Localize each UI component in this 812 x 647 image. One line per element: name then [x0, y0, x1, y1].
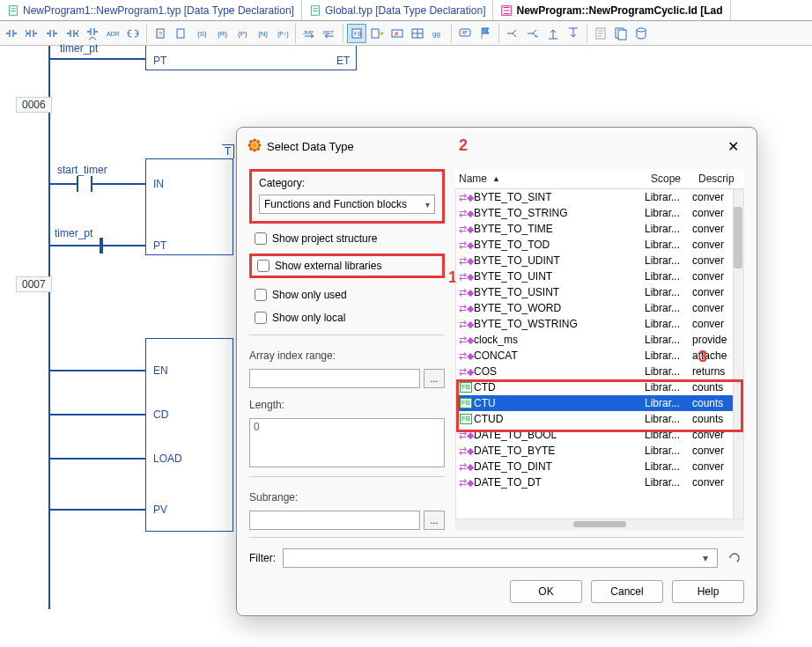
- type-row[interactable]: ⇄◆clock_msLibrar...provide: [456, 332, 743, 348]
- check-project-structure[interactable]: Show project structure: [249, 231, 445, 246]
- type-name: BYTE_TO_STRING: [474, 207, 645, 219]
- type-row[interactable]: ⇄◆DATE_TO_DINTLibrar...conver: [456, 459, 743, 474]
- vscroll-thumb[interactable]: [734, 207, 742, 268]
- tool-branch-plus-icon[interactable]: +: [523, 24, 543, 43]
- tool-block-s-icon[interactable]: {S}: [191, 24, 210, 43]
- fn-icon: ⇄◆: [458, 287, 474, 298]
- filter-refresh-button[interactable]: [725, 548, 744, 568]
- type-row[interactable]: FBCTULibrar...counts: [456, 395, 743, 411]
- tool-ret-icon[interactable]: RET: [320, 24, 339, 43]
- file-icon: [309, 4, 321, 17]
- close-button[interactable]: ✕: [720, 135, 746, 158]
- tool-comment-icon[interactable]: [455, 24, 475, 43]
- check-external-libraries[interactable]: Show external libraries: [249, 254, 445, 278]
- tab-newprogram1-typ[interactable]: NewProgram1::NewProgram1.typ [Data Type …: [0, 0, 302, 20]
- tool-jmp-icon[interactable]: JMP: [299, 24, 319, 43]
- category-dropdown[interactable]: Functions and Function blocks ▾: [259, 195, 435, 214]
- tool-block-empty-icon[interactable]: [171, 24, 190, 43]
- tool-coil-icon[interactable]: [123, 24, 143, 43]
- tool-block-p-icon[interactable]: {P}: [232, 24, 251, 43]
- tool-add-before-icon[interactable]: [2, 24, 21, 43]
- svg-text:ADR: ADR: [107, 31, 120, 37]
- tool-doc2-icon[interactable]: [611, 24, 631, 43]
- tool-contact-icon[interactable]: [42, 24, 62, 43]
- length-input[interactable]: 0: [249, 418, 445, 467]
- check-label: Show project structure: [272, 232, 377, 245]
- var-timer-pt2: timer_pt: [55, 227, 92, 239]
- ladder-toolbar: ADR ? {S} {R} {P} {N} {P↑} JMP RET FB ≠ …: [0, 21, 812, 46]
- fb-block-partial: [145, 46, 357, 70]
- svg-text:{R}: {R}: [218, 30, 227, 38]
- type-row[interactable]: FBCTUDLibrar...counts: [456, 411, 743, 427]
- type-row[interactable]: ⇄◆DATE_TO_BYTELibrar...conver: [456, 443, 743, 459]
- col-scope[interactable]: Scope: [647, 169, 695, 188]
- type-name: CONCAT: [474, 349, 645, 362]
- tool-grid-icon[interactable]: [408, 24, 427, 43]
- type-scope: Librar...: [645, 397, 692, 409]
- tool-block-blank-icon[interactable]: ?: [151, 24, 170, 43]
- sort-asc-icon: ▲: [492, 174, 500, 183]
- filter-input[interactable]: ▾: [283, 548, 718, 568]
- svg-point-32: [253, 139, 256, 143]
- check-label: Show only used: [272, 289, 347, 301]
- type-scope: Librar...: [645, 365, 692, 378]
- check-only-used[interactable]: Show only used: [249, 287, 445, 303]
- col-desc[interactable]: Descrip: [695, 169, 744, 188]
- check-label: Show only local: [272, 312, 345, 324]
- subrange-browse[interactable]: ...: [424, 511, 445, 530]
- tab-newprogram-cyclic-ld[interactable]: NewProgram::NewProgramCyclic.ld [Lad: [493, 0, 730, 20]
- tool-branch-up-icon[interactable]: [543, 24, 563, 43]
- col-name[interactable]: Name ▲: [455, 169, 647, 188]
- array-idx-browse[interactable]: ...: [424, 369, 445, 388]
- type-scope: Librar...: [645, 318, 692, 330]
- tool-db-icon[interactable]: [631, 24, 651, 43]
- tool-contact-left-icon[interactable]: [22, 24, 41, 43]
- tool-branch-right-icon[interactable]: [503, 24, 522, 43]
- cancel-button[interactable]: Cancel: [591, 580, 663, 603]
- tool-block-r-icon[interactable]: {R}: [211, 24, 231, 43]
- type-row[interactable]: ⇄◆BYTE_TO_WORDLibrar...conver: [456, 300, 743, 316]
- tool-block-ph-icon[interactable]: {P↑}: [272, 24, 292, 43]
- type-row[interactable]: ⇄◆BYTE_TO_UINTLibrar...conver: [456, 268, 743, 284]
- tool-fb-arrow-icon[interactable]: [367, 24, 387, 43]
- ok-button[interactable]: OK: [510, 580, 582, 603]
- subrange-input[interactable]: [249, 511, 420, 530]
- hscroll-thumb[interactable]: [573, 521, 626, 527]
- tab-global-typ[interactable]: Global.typ [Data Type Declaration]: [302, 0, 494, 20]
- vscrollbar[interactable]: [733, 189, 743, 518]
- type-row[interactable]: ⇄◆BYTE_TO_UDINTLibrar...conver: [456, 253, 743, 268]
- length-label: Length:: [249, 399, 445, 411]
- tab-bar: NewProgram1::NewProgram1.typ [Data Type …: [0, 0, 812, 21]
- tool-flag-icon[interactable]: [476, 24, 495, 43]
- tool-gg-icon[interactable]: gg: [428, 24, 447, 43]
- tool-contact-below-icon[interactable]: [83, 24, 102, 43]
- contact-start-timer[interactable]: [77, 176, 92, 192]
- tool-branch-down-icon[interactable]: [564, 24, 583, 43]
- svg-point-30: [637, 28, 646, 32]
- check-only-local[interactable]: Show only local: [249, 310, 445, 326]
- fn-icon: ⇄◆: [458, 477, 474, 489]
- type-row[interactable]: FBCTDLibrar...counts: [456, 379, 743, 395]
- type-row[interactable]: ⇄◆BYTE_TO_USINTLibrar...conver: [456, 284, 743, 300]
- type-row[interactable]: ⇄◆BYTE_TO_TIMELibrar...conver: [456, 221, 743, 237]
- hscrollbar[interactable]: [455, 519, 744, 530]
- tool-adr-icon[interactable]: ADR: [103, 24, 122, 43]
- type-row[interactable]: ⇄◆BYTE_TO_TODLibrar...conver: [456, 237, 743, 253]
- tool-contact-right-icon[interactable]: [63, 24, 82, 43]
- type-row[interactable]: ⇄◆BYTE_TO_WSTRINGLibrar...conver: [456, 316, 743, 332]
- type-row[interactable]: ⇄◆BYTE_TO_STRINGLibrar...conver: [456, 205, 743, 221]
- type-row[interactable]: ⇄◆DATE_TO_BOOLLibrar...conver: [456, 427, 743, 443]
- fn-icon: ⇄◆: [458, 350, 474, 362]
- help-button[interactable]: Help: [672, 580, 744, 603]
- tool-compare-icon[interactable]: ≠: [388, 24, 407, 43]
- fn-icon: ⇄◆: [458, 208, 474, 219]
- tool-doc-icon[interactable]: [591, 24, 610, 43]
- type-row[interactable]: ⇄◆BYTE_TO_SINTLibrar...conver: [456, 189, 743, 205]
- tool-block-n-icon[interactable]: {N}: [252, 24, 271, 43]
- chevron-down-icon[interactable]: ▾: [698, 552, 713, 564]
- tool-fb-icon[interactable]: FB: [347, 24, 366, 43]
- type-row[interactable]: ⇄◆DATE_TO_DTLibrar...conver: [456, 474, 743, 490]
- array-idx-input[interactable]: [249, 369, 420, 388]
- type-name: BYTE_TO_SINT: [474, 191, 645, 203]
- type-name: BYTE_TO_WORD: [474, 302, 645, 314]
